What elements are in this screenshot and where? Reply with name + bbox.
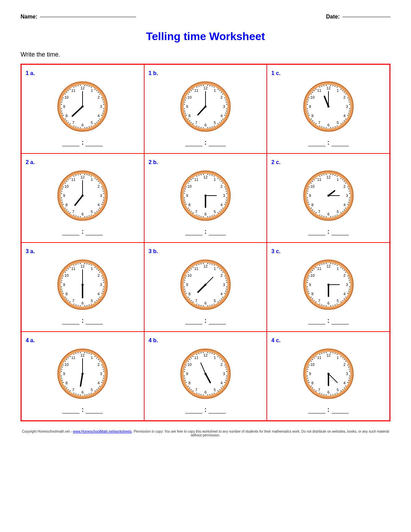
footer-link[interactable]: www.HomeschoolMath.net/worksheets — [73, 430, 132, 433]
svg-point-362 — [307, 197, 308, 198]
svg-point-729 — [349, 375, 350, 376]
svg-point-540 — [342, 300, 343, 301]
svg-point-720 — [337, 354, 337, 355]
svg-point-653 — [210, 352, 210, 353]
svg-point-526 — [340, 267, 341, 268]
svg-point-302 — [188, 183, 189, 183]
svg-point-737 — [337, 393, 337, 393]
svg-point-617 — [66, 387, 67, 388]
svg-point-36 — [62, 111, 62, 111]
svg-point-175 — [315, 89, 316, 90]
svg-point-31 — [68, 122, 69, 123]
svg-point-606 — [95, 391, 96, 391]
svg-text:1: 1 — [337, 356, 339, 360]
svg-text:11: 11 — [317, 177, 321, 182]
svg-point-276 — [225, 202, 226, 202]
svg-text:6: 6 — [204, 301, 207, 305]
svg-point-459 — [212, 264, 212, 265]
svg-point-539 — [344, 298, 345, 299]
svg-point-236 — [63, 187, 64, 187]
svg-point-434 — [68, 269, 69, 269]
svg-text:2: 2 — [343, 95, 345, 99]
svg-point-243 — [78, 174, 78, 175]
svg-point-731 — [348, 380, 349, 381]
svg-text:12: 12 — [203, 264, 208, 268]
minute-answer — [332, 141, 349, 146]
svg-point-732 — [347, 382, 348, 383]
svg-point-278 — [222, 208, 223, 208]
svg-point-593 — [98, 359, 99, 360]
clock-label-2a: 2 a. — [26, 159, 35, 165]
svg-point-47 — [76, 86, 76, 87]
clock-label-1b: 1 b. — [149, 70, 158, 76]
answer-line-2b: : — [185, 228, 226, 235]
svg-point-404 — [103, 286, 104, 287]
svg-point-674 — [210, 394, 210, 395]
minute-answer — [209, 141, 226, 146]
svg-point-158 — [321, 126, 322, 127]
svg-point-268 — [221, 181, 222, 182]
svg-point-153 — [335, 126, 335, 127]
svg-point-666 — [225, 380, 226, 381]
svg-text:5: 5 — [91, 299, 93, 303]
svg-point-555 — [308, 291, 308, 292]
svg-text:2: 2 — [98, 184, 100, 188]
svg-point-25 — [85, 127, 85, 128]
svg-point-141 — [348, 100, 349, 100]
clock-cell-3b: 3 b.121234567891011: — [144, 243, 267, 332]
svg-point-665 — [226, 378, 226, 379]
svg-point-367 — [311, 183, 311, 183]
svg-text:3: 3 — [100, 372, 102, 376]
svg-point-337 — [349, 191, 349, 191]
svg-point-264 — [212, 175, 212, 176]
svg-point-657 — [219, 358, 220, 358]
svg-point-565 — [315, 267, 316, 268]
svg-point-30 — [70, 123, 71, 124]
svg-point-625 — [62, 367, 63, 368]
svg-point-37 — [61, 108, 62, 109]
hour-answer — [62, 319, 79, 324]
svg-point-149 — [344, 120, 345, 121]
svg-point-499 — [191, 269, 191, 269]
svg-point-279 — [221, 209, 222, 210]
svg-point-739 — [332, 394, 333, 395]
svg-point-361 — [307, 200, 308, 200]
svg-point-206 — [102, 189, 103, 189]
svg-point-9 — [99, 94, 100, 94]
svg-point-761 — [319, 354, 320, 355]
svg-point-418 — [76, 305, 76, 305]
hour-answer — [185, 408, 202, 413]
svg-point-83 — [222, 119, 223, 119]
svg-point-468 — [226, 282, 227, 283]
svg-point-368 — [312, 181, 313, 182]
svg-point-661 — [225, 367, 226, 368]
svg-point-530 — [347, 276, 348, 276]
svg-point-295 — [185, 202, 186, 202]
svg-text:12: 12 — [326, 175, 331, 179]
svg-point-306 — [197, 176, 197, 176]
svg-point-762 — [321, 353, 322, 354]
svg-point-738 — [335, 394, 335, 394]
svg-text:12: 12 — [326, 86, 331, 90]
svg-point-503 — [201, 263, 201, 264]
svg-point-168 — [307, 104, 308, 104]
svg-text:4: 4 — [98, 114, 100, 118]
svg-point-431 — [63, 276, 64, 276]
svg-text:5: 5 — [337, 388, 339, 392]
clock-label-2c: 2 c. — [271, 159, 281, 165]
svg-point-225 — [70, 212, 71, 213]
clock-cell-4b: 4 b.121234567891011: — [144, 332, 267, 421]
svg-point-546 — [326, 306, 326, 306]
svg-point-538 — [345, 297, 346, 297]
svg-point-590 — [91, 354, 91, 355]
svg-text:8: 8 — [188, 292, 190, 296]
minute-answer — [332, 408, 349, 413]
svg-point-563 — [312, 270, 313, 271]
svg-point-198 — [87, 174, 87, 175]
svg-point-238 — [66, 181, 67, 182]
svg-point-365 — [308, 189, 308, 189]
svg-text:7: 7 — [318, 121, 320, 125]
svg-point-208 — [103, 193, 104, 194]
svg-point-328 — [332, 174, 333, 175]
svg-point-420 — [70, 301, 71, 302]
